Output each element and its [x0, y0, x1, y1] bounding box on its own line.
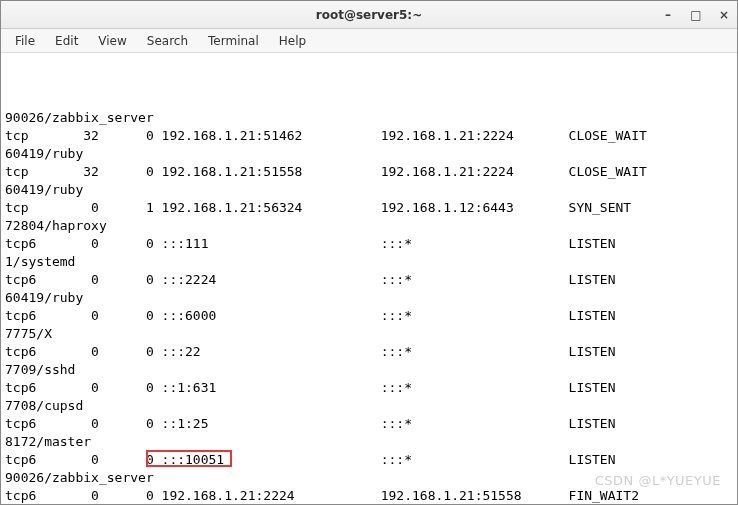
- col-sendq: 0: [115, 452, 162, 467]
- col-proto: tcp: [5, 164, 60, 179]
- netstat-row: tcp6 0 0 :::6000 :::* LISTEN: [5, 307, 733, 325]
- menu-help[interactable]: Help: [271, 32, 314, 50]
- col-recvq: 0: [60, 416, 115, 431]
- menu-view[interactable]: View: [90, 32, 134, 50]
- col-sendq: 0: [115, 380, 162, 395]
- window-controls: – □ ×: [661, 8, 731, 22]
- col-foreign: 192.168.1.12:6443: [381, 200, 569, 215]
- col-local: 192.168.1.21:51558: [162, 164, 381, 179]
- netstat-row: tcp6 0 0 ::1:631 :::* LISTEN: [5, 379, 733, 397]
- col-foreign: :::*: [381, 272, 569, 287]
- netstat-row: tcp6 0 0 192.168.1.21:2224 192.168.1.21:…: [5, 487, 733, 504]
- col-recvq: 0: [60, 452, 115, 467]
- netstat-process: 72804/haproxy: [5, 217, 733, 235]
- col-state: LISTEN: [569, 308, 616, 323]
- netstat-process: 60419/ruby: [5, 289, 733, 307]
- menu-search[interactable]: Search: [139, 32, 196, 50]
- col-foreign: :::*: [381, 416, 569, 431]
- col-foreign: 192.168.1.21:2224: [381, 164, 569, 179]
- col-local: 192.168.1.21:2224: [162, 488, 381, 503]
- col-sendq: 0: [115, 236, 162, 251]
- col-proto: tcp6: [5, 308, 60, 323]
- menu-terminal[interactable]: Terminal: [200, 32, 267, 50]
- col-state: FIN_WAIT2: [569, 488, 639, 503]
- col-foreign: :::*: [381, 344, 569, 359]
- col-foreign: :::*: [381, 452, 569, 467]
- netstat-row: tcp6 0 0 :::22 :::* LISTEN: [5, 343, 733, 361]
- col-proto: tcp6: [5, 344, 60, 359]
- netstat-process: 60419/ruby: [5, 145, 733, 163]
- netstat-row: tcp6 0 0 :::111 :::* LISTEN: [5, 235, 733, 253]
- col-state: LISTEN: [569, 380, 616, 395]
- col-local: :::22: [162, 344, 381, 359]
- col-state: LISTEN: [569, 272, 616, 287]
- col-proto: tcp: [5, 128, 60, 143]
- col-sendq: 0: [115, 416, 162, 431]
- col-local: :::2224: [162, 272, 381, 287]
- col-local: ::1:631: [162, 380, 381, 395]
- menu-edit[interactable]: Edit: [47, 32, 86, 50]
- col-sendq: 0: [115, 344, 162, 359]
- netstat-row: tcp6 0 0 ::1:25 :::* LISTEN: [5, 415, 733, 433]
- col-recvq: 0: [60, 236, 115, 251]
- netstat-process: 90026/zabbix_server: [5, 469, 733, 487]
- terminal-window: root@server5:~ – □ × File Edit View Sear…: [0, 0, 738, 505]
- col-proto: tcp6: [5, 452, 60, 467]
- netstat-process-wrap: 90026/zabbix_server: [5, 109, 733, 127]
- col-state: LISTEN: [569, 344, 616, 359]
- terminal-output[interactable]: 90026/zabbix_servertcp 32 0 192.168.1.21…: [1, 53, 737, 504]
- col-recvq: 0: [60, 272, 115, 287]
- netstat-row: tcp6 0 0 :::2224 :::* LISTEN: [5, 271, 733, 289]
- col-state: LISTEN: [569, 416, 616, 431]
- col-proto: tcp6: [5, 236, 60, 251]
- window-title: root@server5:~: [1, 8, 737, 22]
- netstat-process: 1/systemd: [5, 253, 733, 271]
- col-sendq: 1: [115, 200, 162, 215]
- netstat-row: tcp 32 0 192.168.1.21:51558 192.168.1.21…: [5, 163, 733, 181]
- col-proto: tcp6: [5, 416, 60, 431]
- col-local: ::1:25: [162, 416, 381, 431]
- col-local: 192.168.1.21:51462: [162, 128, 381, 143]
- col-local: 192.168.1.21:56324: [162, 200, 381, 215]
- col-foreign: :::*: [381, 380, 569, 395]
- titlebar: root@server5:~ – □ ×: [1, 1, 737, 29]
- col-sendq: 0: [115, 128, 162, 143]
- col-foreign: 192.168.1.21:51558: [381, 488, 569, 503]
- col-state: LISTEN: [569, 452, 616, 467]
- col-foreign: :::*: [381, 308, 569, 323]
- col-state: CLOSE_WAIT: [569, 164, 647, 179]
- col-proto: tcp6: [5, 488, 60, 503]
- close-button[interactable]: ×: [717, 8, 731, 22]
- minimize-button[interactable]: –: [661, 8, 675, 22]
- col-foreign: 192.168.1.21:2224: [381, 128, 569, 143]
- col-state: CLOSE_WAIT: [569, 128, 647, 143]
- col-recvq: 0: [60, 344, 115, 359]
- netstat-process: 7775/X: [5, 325, 733, 343]
- maximize-button[interactable]: □: [689, 8, 703, 22]
- col-sendq: 0: [115, 308, 162, 323]
- menu-file[interactable]: File: [7, 32, 43, 50]
- col-proto: tcp6: [5, 380, 60, 395]
- col-local: :::6000: [162, 308, 381, 323]
- netstat-process: 60419/ruby: [5, 181, 733, 199]
- col-proto: tcp6: [5, 272, 60, 287]
- col-state: LISTEN: [569, 236, 616, 251]
- col-recvq: 0: [60, 200, 115, 215]
- netstat-row: tcp 0 1 192.168.1.21:56324 192.168.1.12:…: [5, 199, 733, 217]
- col-recvq: 0: [60, 308, 115, 323]
- col-sendq: 0: [115, 164, 162, 179]
- menubar: File Edit View Search Terminal Help: [1, 29, 737, 53]
- netstat-process: 7708/cupsd: [5, 397, 733, 415]
- col-local: :::111: [162, 236, 381, 251]
- col-recvq: 0: [60, 380, 115, 395]
- netstat-row: tcp6 0 0 :::10051 :::* LISTEN: [5, 451, 733, 469]
- col-recvq: 32: [60, 164, 115, 179]
- col-recvq: 0: [60, 488, 115, 503]
- col-recvq: 32: [60, 128, 115, 143]
- col-local: :::10051: [162, 452, 381, 467]
- col-sendq: 0: [115, 272, 162, 287]
- netstat-process: 8172/master: [5, 433, 733, 451]
- col-foreign: :::*: [381, 236, 569, 251]
- col-sendq: 0: [115, 488, 162, 503]
- netstat-row: tcp 32 0 192.168.1.21:51462 192.168.1.21…: [5, 127, 733, 145]
